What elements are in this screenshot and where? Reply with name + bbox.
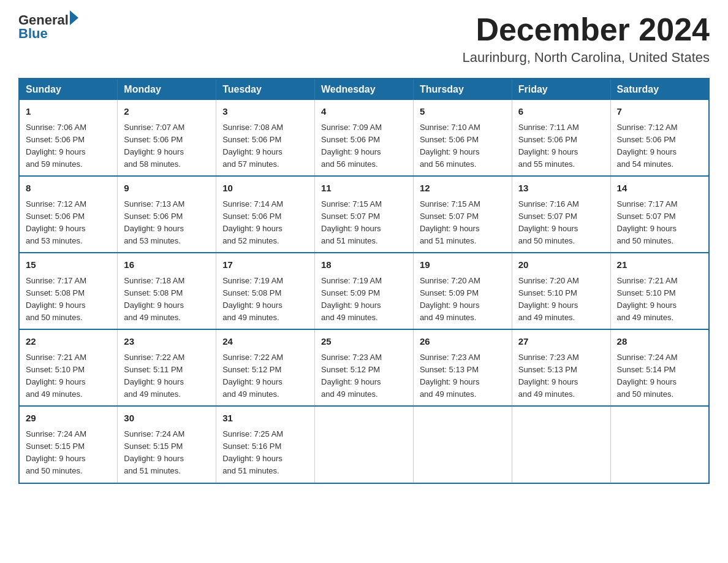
day-info: Sunrise: 7:06 AMSunset: 5:06 PMDaylight:… [26,121,111,171]
day-info: Sunrise: 7:21 AMSunset: 5:10 PMDaylight:… [26,351,111,401]
daylight-info-2: and 59 minutes. [26,159,83,169]
daylight-info-2: and 49 minutes. [124,389,181,399]
calendar-week-row: 29Sunrise: 7:24 AMSunset: 5:15 PMDayligh… [19,406,709,483]
daylight-info-1: Daylight: 9 hours [26,454,86,463]
daylight-info-2: and 49 minutes. [222,313,279,322]
day-number: 10 [222,182,308,196]
month-year-title: December 2024 [462,12,710,47]
day-number: 15 [26,258,111,272]
sunset-info: Sunset: 5:06 PM [617,135,676,144]
weekday-header-thursday: Thursday [413,79,512,100]
day-info: Sunrise: 7:24 AMSunset: 5:14 PMDaylight:… [617,351,702,401]
day-number: 20 [518,258,604,272]
day-info: Sunrise: 7:17 AMSunset: 5:07 PMDaylight:… [617,198,702,248]
calendar-cell: 1Sunrise: 7:06 AMSunset: 5:06 PMDaylight… [19,100,118,176]
calendar-cell: 5Sunrise: 7:10 AMSunset: 5:06 PMDaylight… [413,100,512,176]
sunrise-info: Sunrise: 7:20 AM [420,276,480,285]
daylight-info-1: Daylight: 9 hours [321,147,381,156]
sunrise-info: Sunrise: 7:15 AM [321,199,382,209]
sunrise-info: Sunrise: 7:22 AM [222,353,283,362]
daylight-info-2: and 49 minutes. [124,313,181,322]
sunset-info: Sunset: 5:14 PM [617,365,676,374]
daylight-info-1: Daylight: 9 hours [617,377,677,386]
title-block: December 2024 Laurinburg, North Carolina… [462,12,710,66]
sunrise-info: Sunrise: 7:23 AM [321,353,382,362]
day-info: Sunrise: 7:18 AMSunset: 5:08 PMDaylight:… [124,275,210,324]
sunset-info: Sunset: 5:07 PM [518,212,577,221]
calendar-week-row: 8Sunrise: 7:12 AMSunset: 5:06 PMDaylight… [19,176,709,253]
sunrise-info: Sunrise: 7:09 AM [321,123,382,132]
daylight-info-1: Daylight: 9 hours [321,301,381,310]
sunset-info: Sunset: 5:07 PM [321,212,380,221]
day-info: Sunrise: 7:23 AMSunset: 5:13 PMDaylight:… [518,351,604,401]
day-info: Sunrise: 7:16 AMSunset: 5:07 PMDaylight:… [518,198,604,248]
day-info: Sunrise: 7:20 AMSunset: 5:09 PMDaylight:… [420,275,506,324]
sunset-info: Sunset: 5:12 PM [222,365,281,374]
daylight-info-1: Daylight: 9 hours [222,454,282,463]
daylight-info-2: and 51 minutes. [321,236,378,245]
sunrise-info: Sunrise: 7:07 AM [124,123,184,132]
calendar-cell: 16Sunrise: 7:18 AMSunset: 5:08 PMDayligh… [118,253,216,329]
calendar-cell: 8Sunrise: 7:12 AMSunset: 5:06 PMDaylight… [19,176,118,253]
daylight-info-2: and 54 minutes. [617,159,674,169]
calendar-cell: 29Sunrise: 7:24 AMSunset: 5:15 PMDayligh… [19,406,118,483]
calendar-cell: 24Sunrise: 7:22 AMSunset: 5:12 PMDayligh… [216,329,315,406]
daylight-info-1: Daylight: 9 hours [26,147,86,156]
day-info: Sunrise: 7:09 AMSunset: 5:06 PMDaylight:… [321,121,407,171]
daylight-info-2: and 49 minutes. [420,389,477,399]
daylight-info-1: Daylight: 9 hours [124,224,184,233]
sunrise-info: Sunrise: 7:11 AM [518,123,579,132]
day-info: Sunrise: 7:13 AMSunset: 5:06 PMDaylight:… [124,198,210,248]
daylight-info-1: Daylight: 9 hours [26,224,86,233]
sunrise-info: Sunrise: 7:12 AM [26,199,86,209]
logo-arrow-icon [70,10,78,25]
day-number: 6 [518,105,604,119]
sunset-info: Sunset: 5:06 PM [420,135,479,144]
daylight-info-1: Daylight: 9 hours [420,224,480,233]
daylight-info-1: Daylight: 9 hours [222,147,282,156]
calendar-cell: 2Sunrise: 7:07 AMSunset: 5:06 PMDaylight… [118,100,216,176]
daylight-info-1: Daylight: 9 hours [222,377,282,386]
day-number: 21 [617,258,702,272]
sunrise-info: Sunrise: 7:19 AM [321,276,382,285]
daylight-info-2: and 56 minutes. [321,159,378,169]
daylight-info-1: Daylight: 9 hours [518,301,578,310]
sunrise-info: Sunrise: 7:08 AM [222,123,283,132]
daylight-info-2: and 50 minutes. [26,466,83,475]
daylight-info-1: Daylight: 9 hours [321,377,381,386]
calendar-cell: 11Sunrise: 7:15 AMSunset: 5:07 PMDayligh… [315,176,414,253]
sunset-info: Sunset: 5:09 PM [321,288,380,297]
day-info: Sunrise: 7:24 AMSunset: 5:15 PMDaylight:… [26,428,111,478]
calendar-cell [413,406,512,483]
day-number: 31 [222,412,308,426]
sunset-info: Sunset: 5:10 PM [617,288,676,297]
daylight-info-1: Daylight: 9 hours [617,224,677,233]
calendar-cell: 6Sunrise: 7:11 AMSunset: 5:06 PMDaylight… [512,100,610,176]
day-number: 12 [420,182,506,196]
day-number: 27 [518,335,604,349]
sunrise-info: Sunrise: 7:16 AM [518,199,579,209]
daylight-info-2: and 50 minutes. [518,236,575,245]
day-info: Sunrise: 7:23 AMSunset: 5:12 PMDaylight:… [321,351,407,401]
sunset-info: Sunset: 5:07 PM [617,212,676,221]
daylight-info-1: Daylight: 9 hours [518,224,578,233]
logo-text-blue: Blue [18,26,78,42]
day-info: Sunrise: 7:07 AMSunset: 5:06 PMDaylight:… [124,121,210,171]
sunrise-info: Sunrise: 7:14 AM [222,199,283,209]
daylight-info-2: and 58 minutes. [124,159,181,169]
sunset-info: Sunset: 5:11 PM [124,365,183,374]
calendar-cell: 3Sunrise: 7:08 AMSunset: 5:06 PMDaylight… [216,100,315,176]
sunrise-info: Sunrise: 7:12 AM [617,123,678,132]
daylight-info-1: Daylight: 9 hours [26,301,86,310]
sunset-info: Sunset: 5:09 PM [420,288,479,297]
day-info: Sunrise: 7:19 AMSunset: 5:08 PMDaylight:… [222,275,308,324]
daylight-info-2: and 49 minutes. [420,313,477,322]
daylight-info-2: and 57 minutes. [222,159,279,169]
day-number: 28 [617,335,702,349]
calendar-cell: 12Sunrise: 7:15 AMSunset: 5:07 PMDayligh… [413,176,512,253]
calendar-week-row: 1Sunrise: 7:06 AMSunset: 5:06 PMDaylight… [19,100,709,176]
sunset-info: Sunset: 5:12 PM [321,365,380,374]
daylight-info-1: Daylight: 9 hours [518,147,578,156]
calendar-table: SundayMondayTuesdayWednesdayThursdayFrid… [18,78,710,483]
sunrise-info: Sunrise: 7:23 AM [420,353,480,362]
